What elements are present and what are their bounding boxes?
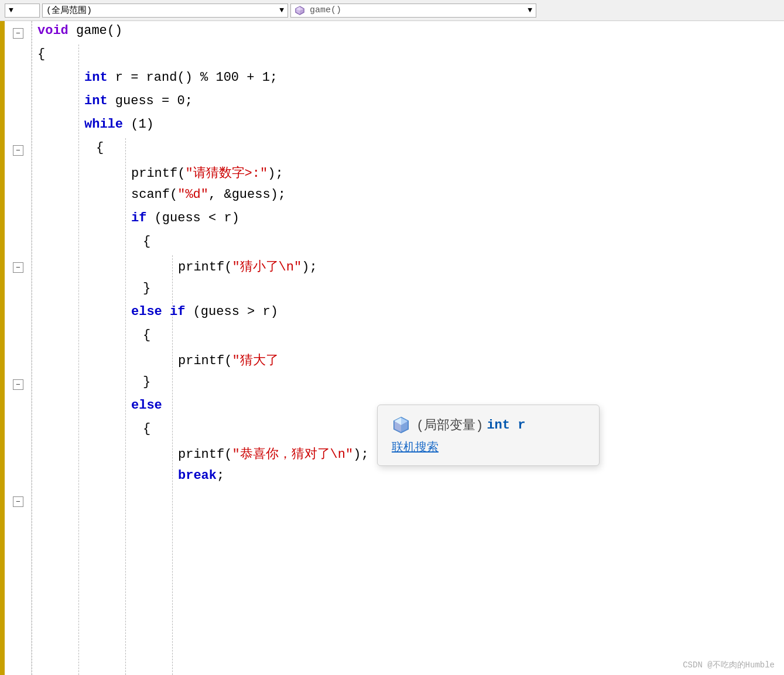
func-printf-4: printf xyxy=(178,447,224,462)
dropdown-2[interactable]: (全局范围) ▼ xyxy=(42,4,288,18)
tooltip-popup: (局部变量) int r 联机搜索 xyxy=(377,405,600,466)
brace-close-4: } xyxy=(143,375,150,389)
collapse-btn-if[interactable]: − xyxy=(13,262,23,273)
punct-paren: () xyxy=(107,23,122,38)
punct-12: ); xyxy=(353,447,368,462)
dropdown-3-text: game() xyxy=(310,5,341,15)
tooltip-link[interactable]: 联机搜索 xyxy=(392,439,585,455)
str-1: "请猜数字>:" xyxy=(185,164,268,181)
func-printf-1: printf xyxy=(131,166,177,181)
dropdown-3-arrow: ▼ xyxy=(528,6,532,15)
str-2: "%d" xyxy=(177,187,208,202)
tooltip-varname: r xyxy=(518,418,525,433)
code-line-13: else if (guess > r) xyxy=(37,304,784,328)
punct-10: ( xyxy=(224,354,232,368)
cube-icon xyxy=(295,5,305,16)
kw-if: if xyxy=(131,211,146,225)
watermark-text: CSDN @不吃肉的Humble xyxy=(683,660,775,670)
code-line-7: printf ( "请猜数字>:" ); xyxy=(37,164,784,187)
code-line-20: break ; xyxy=(37,468,784,492)
tooltip-type: int xyxy=(487,418,510,433)
kw-break: break xyxy=(178,468,217,483)
punct-5: ( xyxy=(177,166,185,181)
brace-open-3: { xyxy=(143,234,150,249)
plain-7: (guess > r) xyxy=(185,304,278,319)
kw-else-2: else xyxy=(131,398,162,413)
plain-5: (guess < r) xyxy=(146,211,239,225)
code-line-2: { xyxy=(37,47,784,70)
gutter: − − − − − xyxy=(5,21,32,675)
code-line-1: void game () xyxy=(37,23,784,47)
plain-6 xyxy=(162,304,170,319)
kw-int-1: int xyxy=(84,70,108,85)
plain-4: , &guess); xyxy=(208,187,286,202)
kw-int-2: int xyxy=(84,94,108,108)
punct-11: ( xyxy=(224,447,232,462)
collapse-btn-elseif[interactable]: − xyxy=(13,379,23,390)
dropdown-2-text: (全局范围) xyxy=(46,5,92,16)
watermark: CSDN @不吃肉的Humble xyxy=(683,660,775,670)
func-printf-2: printf xyxy=(178,260,224,275)
brace-open-5: { xyxy=(143,422,150,436)
punct-6: ); xyxy=(268,166,283,181)
plain-2: guess = 0; xyxy=(108,94,193,108)
punct-7: ( xyxy=(170,187,177,202)
code-line-6: { xyxy=(37,141,784,164)
punct-13: ; xyxy=(217,468,224,483)
str-3: "猜小了\n" xyxy=(232,258,302,275)
brace-open-1: { xyxy=(37,47,45,61)
code-line-12: } xyxy=(37,281,784,304)
func-printf-3: printf xyxy=(178,354,224,368)
kw-while: while xyxy=(84,117,123,132)
punct-9: ); xyxy=(302,260,317,275)
code-line-15: printf ( "猜大了 xyxy=(37,351,784,375)
tooltip-line1: (局部变量) int r xyxy=(392,416,585,434)
kw-void: void xyxy=(37,23,69,38)
code-line-5: while (1) xyxy=(37,117,784,141)
code-content: void game () { int r = rand() % 100 + 1;… xyxy=(32,21,784,675)
str-5: "恭喜你，猜对了\n" xyxy=(232,445,353,462)
func-name: game xyxy=(76,23,107,38)
code-line-8: scanf ( "%d" , &guess); xyxy=(37,187,784,211)
str-4: "猜大了 xyxy=(232,351,278,369)
code-line-11: printf ( "猜小了\n" ); xyxy=(37,258,784,281)
tooltip-cube-icon xyxy=(392,416,410,434)
collapse-btn-else[interactable]: − xyxy=(13,496,23,507)
dropdown-3[interactable]: game() ▼ xyxy=(290,4,536,18)
code-line-16: } xyxy=(37,375,784,398)
code-line-4: int guess = 0; xyxy=(37,94,784,117)
dropdown-2-arrow: ▼ xyxy=(279,6,284,15)
tooltip-space xyxy=(510,418,518,433)
brace-open-2: { xyxy=(96,141,104,155)
left-gold-bar xyxy=(0,21,5,675)
top-bar: ▼ (全局范围) ▼ game() ▼ xyxy=(0,0,784,21)
punct-8: ( xyxy=(224,260,232,275)
dropdown-1-arrow: ▼ xyxy=(9,6,13,15)
tooltip-link-text: 联机搜索 xyxy=(392,441,439,454)
code-line-3: int r = rand() % 100 + 1; xyxy=(37,70,784,94)
func-scanf: scanf xyxy=(131,187,170,202)
kw-if-2: if xyxy=(170,304,185,319)
dropdown-1[interactable]: ▼ xyxy=(5,4,40,18)
code-area: − − − − − void game () { int r = rand() xyxy=(0,21,784,675)
collapse-btn-while[interactable]: − xyxy=(13,145,23,156)
code-line-9: if (guess < r) xyxy=(37,211,784,234)
plain-space xyxy=(69,23,76,38)
brace-open-4: { xyxy=(143,328,150,342)
collapse-btn-game[interactable]: − xyxy=(13,28,23,39)
code-line-10: { xyxy=(37,234,784,258)
code-line-14: { xyxy=(37,328,784,351)
guide-line-1 xyxy=(32,21,32,675)
kw-else-1: else xyxy=(131,304,162,319)
plain-3: (1) xyxy=(123,117,154,132)
tooltip-label: (局部变量) xyxy=(416,416,483,434)
brace-close-3: } xyxy=(143,281,150,296)
plain-1: r = rand() % 100 + 1; xyxy=(108,70,278,85)
